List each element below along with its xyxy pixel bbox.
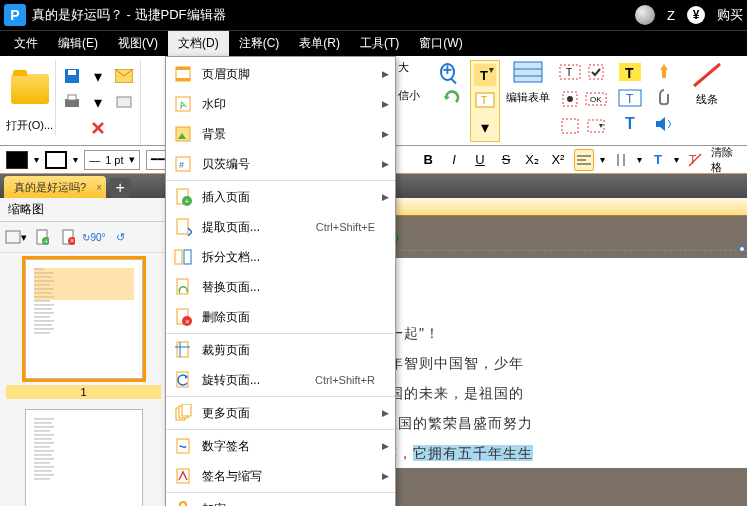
- button-field-icon[interactable]: OK: [584, 87, 608, 111]
- italic-button[interactable]: I: [444, 149, 464, 171]
- text-selection[interactable]: 它拥有五千年生生: [413, 445, 533, 461]
- menu-extract-page[interactable]: 提取页面...Ctrl+Shift+E: [166, 212, 395, 242]
- menu-replace-page[interactable]: 替换页面...: [166, 272, 395, 302]
- highlight-yellow-button[interactable]: T: [616, 60, 644, 84]
- bold-button[interactable]: B: [418, 149, 438, 171]
- thumbnail-page-2[interactable]: ━━━━━━━━━━━━━━━━━━━━━━━━━━━━━━━━━━━━━━━━…: [25, 409, 143, 506]
- text-tool-button[interactable]: T: [473, 63, 497, 87]
- svg-rect-10: [514, 62, 542, 82]
- menu-bates[interactable]: #贝茨编号▶: [166, 149, 395, 179]
- text-box-button[interactable]: T: [616, 86, 644, 110]
- menu-digital-sign[interactable]: 数字签名▶: [166, 431, 395, 461]
- buy-label[interactable]: 购买: [717, 6, 743, 24]
- menu-item[interactable]: 窗口(W): [409, 31, 472, 56]
- menu-item[interactable]: 编辑(E): [48, 31, 108, 56]
- frag-text2: 信小: [398, 88, 420, 103]
- svg-rect-42: [176, 67, 190, 70]
- text-effects-button[interactable]: T: [648, 149, 668, 171]
- watermark-icon: A: [172, 93, 194, 115]
- close-tab-button[interactable]: ×: [96, 182, 102, 193]
- menu-item[interactable]: 表单(R): [289, 31, 350, 56]
- menu-rotate-page[interactable]: 旋转页面...Ctrl+Shift+R: [166, 365, 395, 395]
- underline-button[interactable]: U: [470, 149, 490, 171]
- menu-label: 裁剪页面: [202, 342, 389, 359]
- line-weight-select[interactable]: — 1 pt ▾: [84, 150, 139, 170]
- menu-sign-initials[interactable]: 签名与缩写▶: [166, 461, 395, 491]
- svg-rect-54: [175, 250, 182, 264]
- dropdown-arrow[interactable]: ▾: [86, 64, 110, 88]
- folder-icon: [11, 74, 49, 104]
- menu-background[interactable]: 背景▶: [166, 119, 395, 149]
- align-left-button[interactable]: [574, 149, 594, 171]
- email-button[interactable]: [112, 64, 136, 88]
- globe-icon[interactable]: [635, 5, 655, 25]
- menu-crop-page[interactable]: 裁剪页面: [166, 335, 395, 365]
- menu-item[interactable]: 工具(T): [350, 31, 409, 56]
- submenu-arrow-icon: ▶: [382, 99, 389, 109]
- pin-icon[interactable]: [652, 60, 676, 84]
- document-tab[interactable]: 真的是好运吗? ×: [4, 176, 106, 198]
- add-tab-button[interactable]: +: [110, 178, 130, 198]
- replace-page-icon: [172, 276, 194, 298]
- line-icon[interactable]: [690, 60, 724, 90]
- submenu-arrow-icon: ▶: [382, 408, 389, 418]
- checkbox-icon[interactable]: [584, 60, 608, 84]
- sound-icon[interactable]: [652, 112, 676, 136]
- svg-text:T: T: [626, 92, 634, 106]
- menu-label: 替换页面...: [202, 279, 389, 296]
- form-icon[interactable]: [512, 60, 544, 88]
- menu-item[interactable]: 文件: [4, 31, 48, 56]
- svg-text:T: T: [480, 68, 488, 83]
- svg-rect-20: [562, 119, 578, 133]
- menu-item[interactable]: 文档(D): [168, 31, 229, 56]
- menu-split-doc[interactable]: 拆分文档...: [166, 242, 395, 272]
- thumb-rotate-button[interactable]: ↻90°: [82, 226, 106, 248]
- redo-icon[interactable]: [440, 86, 464, 110]
- document-menu-dropdown: 页眉页脚▶A水印▶背景▶#贝茨编号▶+插入页面▶提取页面...Ctrl+Shif…: [165, 56, 396, 506]
- app-icon: P: [4, 4, 26, 26]
- thumb-rotate2-button[interactable]: ↺: [108, 226, 132, 248]
- text-note-button[interactable]: T: [473, 89, 497, 113]
- thumb-delete-button[interactable]: ×: [56, 226, 80, 248]
- dropdown-arrow[interactable]: ▾: [86, 90, 110, 114]
- menu-insert-page[interactable]: +插入页面▶: [166, 182, 395, 212]
- submenu-arrow-icon: ▶: [382, 129, 389, 139]
- clear-format-button[interactable]: T: [685, 149, 705, 171]
- attach-icon[interactable]: [652, 86, 676, 110]
- combo-icon[interactable]: [584, 114, 608, 138]
- text-blue-button[interactable]: T: [616, 112, 644, 136]
- submenu-arrow-icon: ▶: [382, 471, 389, 481]
- menu-label: 更多页面: [202, 405, 389, 422]
- svg-rect-34: [6, 231, 20, 243]
- radio-icon[interactable]: [558, 87, 582, 111]
- superscript-button[interactable]: X²: [548, 149, 568, 171]
- color-swatch[interactable]: [6, 151, 28, 169]
- stroke-swatch[interactable]: [45, 151, 67, 169]
- submenu-arrow-icon: ▶: [382, 69, 389, 79]
- menu-delete-page[interactable]: ×删除页面: [166, 302, 395, 332]
- spacing-button[interactable]: [611, 149, 631, 171]
- subscript-button[interactable]: X₂: [522, 149, 542, 171]
- open-button[interactable]: [9, 62, 51, 116]
- thumbnail-page-1[interactable]: ━━━━━━━━━━━━━━━━━━━━━━━━━━━━━━━━━━━━━━━━…: [25, 259, 143, 379]
- close-button[interactable]: [86, 116, 110, 140]
- menu-item[interactable]: 视图(V): [108, 31, 168, 56]
- textfield-icon[interactable]: T: [558, 60, 582, 84]
- thumb-options-button[interactable]: ▾: [4, 226, 28, 248]
- zoom-in-button[interactable]: +: [440, 60, 464, 84]
- menu-shortcut: Ctrl+Shift+R: [315, 374, 375, 386]
- menu-item[interactable]: 注释(C): [229, 31, 290, 56]
- thumb-insert-button[interactable]: +: [30, 226, 54, 248]
- menu-more-pages[interactable]: 更多页面▶: [166, 398, 395, 428]
- text-icon[interactable]: ▾: [473, 115, 497, 139]
- save-button[interactable]: [60, 64, 84, 88]
- list-icon[interactable]: [558, 114, 582, 138]
- menu-encrypt[interactable]: 加密▶: [166, 494, 395, 506]
- print-button[interactable]: [60, 90, 84, 114]
- yen-icon[interactable]: ¥: [687, 6, 705, 24]
- menu-header-footer[interactable]: 页眉页脚▶: [166, 59, 395, 89]
- menu-watermark[interactable]: A水印▶: [166, 89, 395, 119]
- svg-text:OK: OK: [590, 95, 602, 104]
- scan-button[interactable]: [112, 90, 136, 114]
- strike-button[interactable]: S: [496, 149, 516, 171]
